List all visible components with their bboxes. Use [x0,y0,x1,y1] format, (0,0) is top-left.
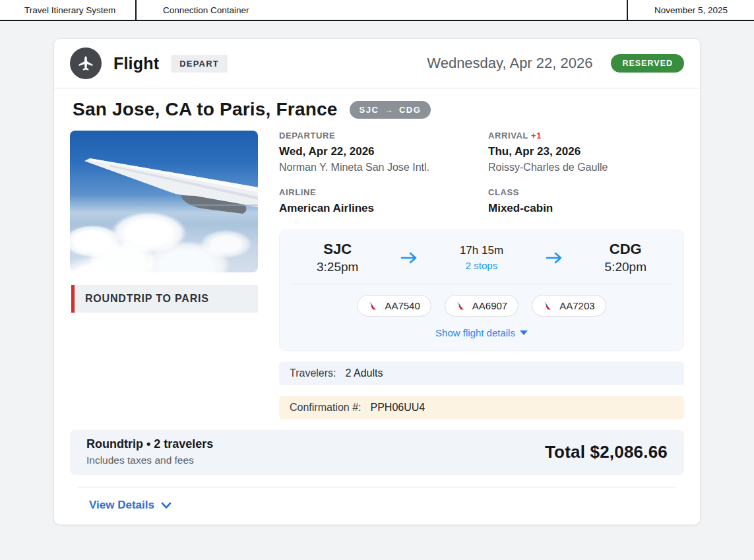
iata-route-badge: SJC → CDG [350,101,431,119]
flight-number-chip[interactable]: AA6907 [445,295,518,317]
current-date: November 5, 2025 [628,0,754,20]
plane-icon [70,47,102,79]
total-price: Total $2,086.66 [545,442,668,462]
status-badge: RESERVED [611,54,684,73]
flight-card: Flight DEPART Wednesday, Apr 22, 2026 RE… [53,38,701,525]
trip-summary: Roundtrip • 2 travelers [86,437,213,451]
flight-number-chip[interactable]: AA7540 [357,295,431,317]
trip-title: San Jose, CA to Paris, France [73,99,338,120]
airline-block: AIRLINE American Airlines [279,187,475,218]
confirmation-value: PPH06UU4 [371,402,425,414]
app-title: Travel Itinerary System [0,0,137,20]
arrow-icon: → [384,105,394,115]
segment-type-title: Flight [113,54,159,73]
class-block: CLASS Mixed-cabin [488,187,684,218]
chevron-down-icon [161,502,172,509]
iata-origin: SJC [360,105,379,115]
wing-over-clouds-photo [70,131,258,272]
plus-one-day: +1 [531,131,542,140]
route-summary-box: SJC 3:25pm 17h 15m 2 stops [279,230,684,351]
roundtrip-label-box: ROUNDTRIP TO PARIS [71,285,258,313]
iata-destination: CDG [399,105,421,115]
travelers-value: 2 Adults [346,367,383,379]
arrow-right-icon [400,251,418,265]
price-summary-strip: Roundtrip • 2 travelers Includes taxes a… [70,430,684,475]
destination-airport: CDG 5:20pm [605,241,646,274]
depart-badge: DEPART [171,55,228,73]
american-airlines-logo-icon [368,301,379,311]
container-title: Connection Container [137,0,628,20]
american-airlines-logo-icon [456,301,466,311]
segment-date: Wednesday, Apr 22, 2026 [427,55,592,72]
american-airlines-logo-icon [543,301,553,311]
caret-down-icon [520,330,528,335]
arrow-right-icon [545,251,563,265]
travelers-row: Travelers: 2 Adults [279,361,684,385]
arrival-block: ARRIVAL+1 Thu, Apr 23, 2026 Roissy-Charl… [488,131,684,173]
stops-link[interactable]: 2 stops [460,260,503,271]
confirmation-label: Confirmation #: [290,402,361,414]
origin-airport: SJC 3:25pm [317,241,358,274]
departure-block: DEPARTURE Wed, Apr 22, 2026 Norman Y. Mi… [279,131,475,173]
top-bar: Travel Itinerary System Connection Conta… [0,0,754,21]
confirmation-row: Confirmation #: PPH06UU4 [279,396,684,420]
leg-duration: 17h 15m 2 stops [460,244,503,271]
card-header: Flight DEPART Wednesday, Apr 22, 2026 RE… [54,39,700,88]
taxes-note: Includes taxes and fees [86,454,213,466]
roundtrip-label: ROUNDTRIP TO PARIS [85,293,209,304]
travelers-label: Travelers: [290,367,336,379]
show-flight-details-button[interactable]: Show flight details [292,321,672,342]
flight-number-chip[interactable]: AA7203 [532,295,606,317]
view-details-button[interactable]: View Details [70,487,684,524]
